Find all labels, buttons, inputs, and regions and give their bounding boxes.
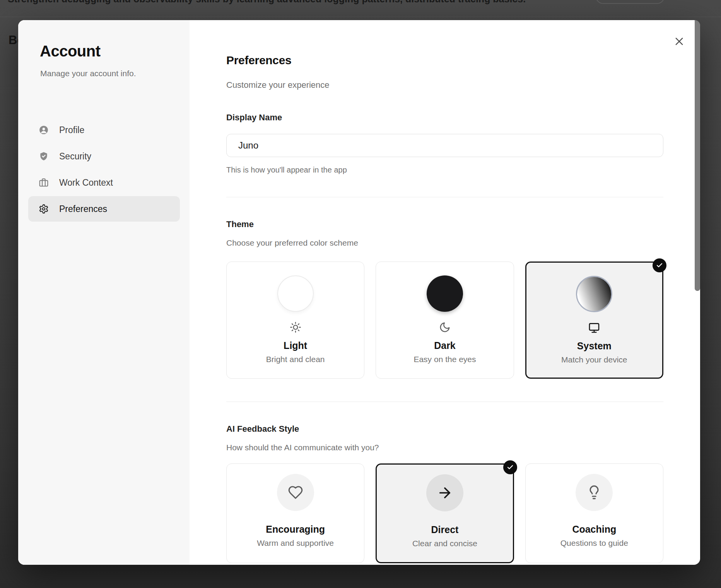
screen: Strengthen debugging and observability s… (0, 0, 721, 588)
display-name-input[interactable] (226, 134, 663, 157)
sidebar-item-work-context[interactable]: Work Context (28, 170, 180, 195)
feedback-option-label: Encouraging (266, 523, 325, 535)
sidebar-nav: Profile Security (28, 117, 180, 222)
theme-option-system[interactable]: System Match your device (525, 262, 663, 379)
moon-icon (439, 321, 451, 333)
feedback-option-label: Direct (431, 524, 459, 535)
feedback-option-description: Questions to guide (560, 538, 628, 548)
settings-sidebar: Account Manage your account info. (18, 20, 190, 565)
feedback-style-label: AI Feedback Style (226, 424, 663, 434)
feedback-option-description: Warm and supportive (257, 538, 334, 548)
icon-bubble (426, 474, 463, 511)
sidebar-item-security[interactable]: Security (28, 144, 180, 169)
monitor-icon (588, 321, 600, 334)
sun-icon (289, 321, 302, 333)
shield-check-icon (39, 151, 49, 161)
theme-option-label: Dark (434, 340, 456, 351)
section-divider (226, 197, 663, 197)
system-theme-swatch (576, 276, 612, 312)
display-name-helper: This is how you'll appear in the app (226, 165, 663, 175)
feedback-style-options: Encouraging Warm and supportive Dir (226, 463, 663, 563)
sidebar-item-label: Profile (59, 125, 84, 135)
sidebar-item-preferences[interactable]: Preferences (28, 196, 180, 222)
theme-subtitle: Choose your preferred color scheme (226, 238, 663, 248)
close-icon (674, 36, 685, 47)
theme-option-label: System (577, 340, 612, 352)
display-name-label: Display Name (226, 112, 663, 123)
feedback-option-label: Coaching (572, 523, 616, 535)
sidebar-item-label: Work Context (59, 178, 113, 188)
user-icon (39, 125, 49, 135)
theme-option-light[interactable]: Light Bright and clean (226, 262, 364, 379)
feedback-option-direct[interactable]: Direct Clear and concise (376, 463, 514, 563)
feedback-option-description: Clear and concise (412, 538, 477, 549)
background-edge-line (0, 17, 721, 17)
sidebar-item-label: Preferences (59, 204, 107, 214)
feedback-option-encouraging[interactable]: Encouraging Warm and supportive (226, 463, 364, 563)
feedback-option-coaching[interactable]: Coaching Questions to guide (525, 463, 663, 563)
panel-title: Preferences (226, 53, 663, 67)
background-clipped-text: Strengthen debugging and observability s… (8, 0, 588, 5)
theme-label: Theme (226, 219, 663, 230)
preferences-panel: Preferences Customize your experience Di… (190, 20, 695, 565)
gear-icon (39, 204, 49, 214)
selected-check-badge (653, 258, 666, 272)
light-theme-swatch (277, 275, 314, 312)
theme-option-description: Bright and clean (266, 354, 325, 364)
panel-subtitle: Customize your experience (226, 80, 663, 91)
account-settings-modal: Account Manage your account info. (18, 20, 700, 565)
section-divider (226, 402, 663, 402)
theme-option-description: Match your device (561, 355, 627, 365)
sidebar-title: Account (40, 43, 101, 60)
lightbulb-icon (586, 485, 602, 500)
selected-check-badge (503, 460, 517, 474)
sidebar-subtitle: Manage your account info. (40, 69, 136, 78)
dark-theme-swatch (427, 275, 463, 312)
arrow-right-icon (437, 485, 453, 501)
briefcase-icon (39, 178, 49, 188)
heart-icon (288, 485, 303, 500)
theme-options: Light Bright and clean Dark Easy on the … (226, 262, 663, 379)
theme-option-dark[interactable]: Dark Easy on the eyes (376, 262, 514, 379)
close-button[interactable] (673, 35, 685, 48)
feedback-style-subtitle: How should the AI communicate with you? (226, 442, 663, 453)
icon-bubble (576, 474, 613, 511)
theme-option-description: Easy on the eyes (413, 354, 476, 364)
theme-option-label: Light (284, 340, 307, 351)
modal-scrollbar[interactable] (695, 20, 700, 291)
sidebar-item-profile[interactable]: Profile (28, 117, 180, 143)
icon-bubble (277, 474, 314, 511)
background-pill-button (596, 0, 665, 4)
sidebar-item-label: Security (59, 151, 91, 162)
